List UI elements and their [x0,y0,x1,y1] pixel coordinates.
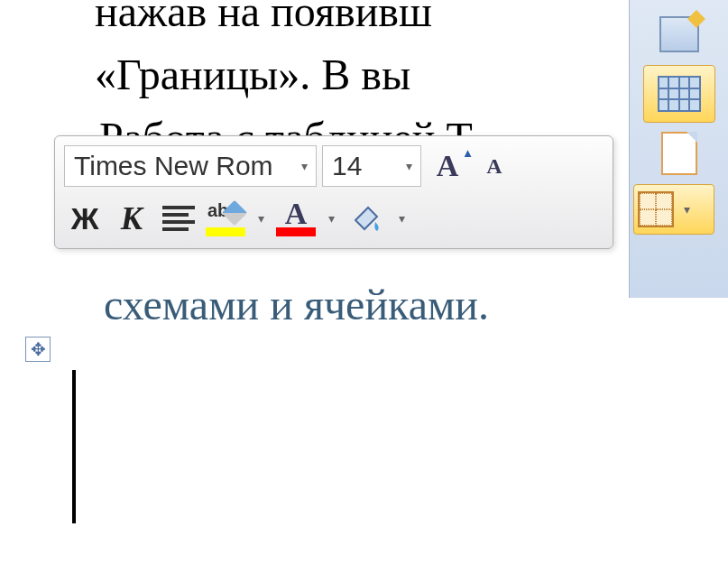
borders-dropdown-arrow[interactable]: ▾ [677,202,696,217]
shading-dropdown-arrow[interactable]: ▾ [392,211,410,227]
borders-split-button[interactable]: ▾ [633,184,714,235]
dropdown-arrow-icon[interactable]: ▾ [397,159,420,173]
toolbar-row-top: Times New Rom ▾ 14 ▾ A A [64,143,604,189]
font-size-combo[interactable]: 14 ▾ [322,145,421,187]
font-name-combo[interactable]: Times New Rom ▾ [64,145,317,187]
borders-icon [638,191,674,227]
font-name-value: Times New Rom [65,151,292,181]
font-color-dropdown-arrow[interactable]: ▾ [322,211,340,227]
italic-button[interactable]: К [111,198,152,239]
document-text-line: «Границы». В вы [95,50,410,99]
draw-table-button[interactable] [643,5,715,63]
table-row[interactable] [73,447,75,522]
move-handle-icon: ✥ [31,338,46,360]
align-center-button[interactable] [158,198,199,239]
table-cell[interactable] [73,447,75,522]
shading-button[interactable] [346,198,387,239]
grow-font-button[interactable]: A [427,145,468,187]
highlight-icon: ab [206,200,245,236]
align-center-icon [162,206,195,231]
insert-table-button[interactable] [643,65,715,123]
font-color-button[interactable]: A [275,198,317,239]
highlight-color-button[interactable]: ab [205,198,246,239]
bold-button[interactable]: Ж [64,198,106,239]
document-table[interactable] [72,370,76,523]
table-cell[interactable] [73,371,75,447]
document-text-line: схемами и ячейками. [104,280,489,329]
ribbon-side-panel: ▾ [629,0,728,298]
insert-table-icon [658,76,701,112]
font-color-icon: A [276,199,316,238]
shrink-font-icon: A [486,154,502,179]
draw-table-icon [659,16,699,52]
document-text-line: нажав на появивш [95,0,432,36]
dropdown-arrow-icon[interactable]: ▾ [292,159,316,173]
toolbar-row-bottom: Ж К ab ▾ A ▾ [64,196,604,241]
table-row[interactable] [73,371,75,447]
bold-icon: Ж [71,201,99,236]
grow-font-icon: A [437,149,459,183]
blank-page-icon [661,132,697,175]
highlight-dropdown-arrow[interactable]: ▾ [252,211,270,227]
blank-page-button[interactable] [643,125,715,182]
mini-toolbar: Times New Rom ▾ 14 ▾ A A Ж К ab [54,135,613,249]
paint-bucket-icon [348,200,384,236]
shrink-font-button[interactable]: A [474,145,515,187]
italic-icon: К [121,199,143,237]
font-size-value: 14 [323,151,397,181]
table-move-handle[interactable]: ✥ [25,337,51,362]
